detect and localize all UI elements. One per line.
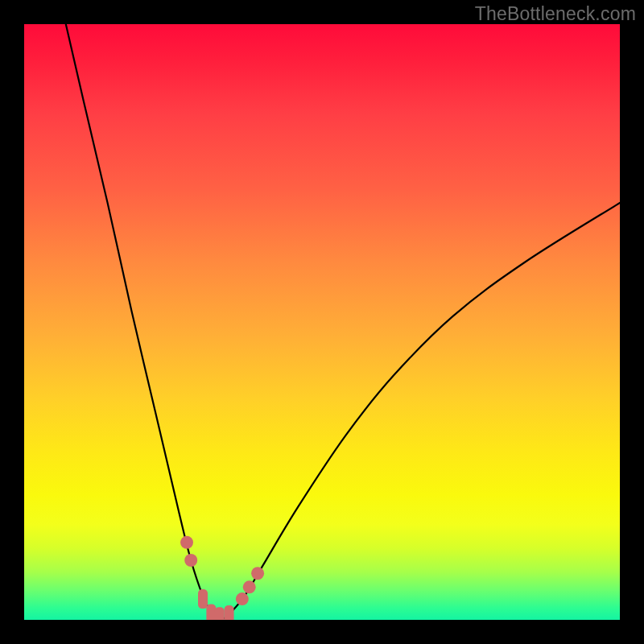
optimal-marker-bar <box>206 605 216 620</box>
optimal-marker-dot <box>251 567 264 580</box>
chart-overlay <box>24 24 620 620</box>
chart-frame: TheBottleneck.com <box>0 0 644 644</box>
watermark-text: TheBottleneck.com <box>475 3 636 25</box>
optimal-marker-dot <box>184 554 197 567</box>
plot-area <box>24 24 620 620</box>
optimal-marker-bar <box>225 605 234 620</box>
optimal-marker-bar <box>215 607 225 620</box>
curve-right-branch <box>229 203 620 614</box>
optimal-marker-dot <box>180 536 193 549</box>
curve-left-branch <box>66 24 212 614</box>
optimal-marker-dot <box>243 580 256 593</box>
optimal-marker-bar <box>198 589 208 609</box>
optimal-marker-dot <box>236 592 249 605</box>
optimal-markers <box>180 536 264 620</box>
